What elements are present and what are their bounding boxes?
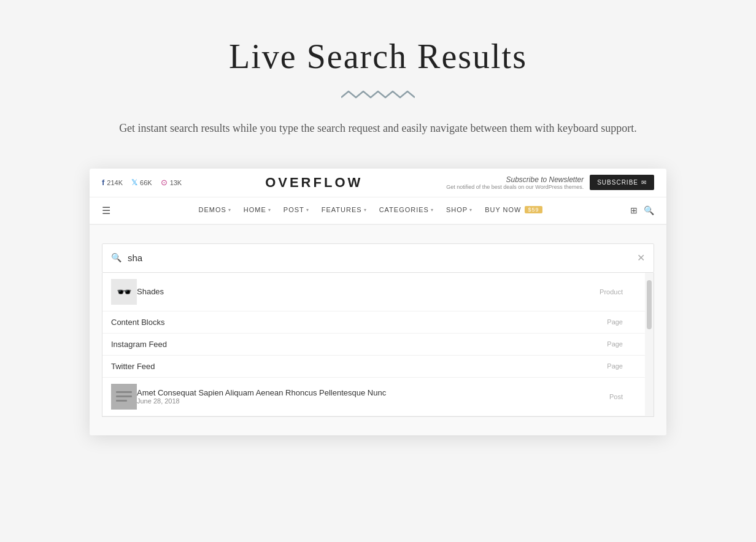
result-name: Instagram Feed [111, 340, 645, 349]
nav-items: DEMOS ▾ HOME ▾ POST ▾ FEATURES ▾ CATEGOR… [192, 197, 548, 224]
search-icon[interactable]: 🔍 [644, 205, 654, 216]
nav-bar: ☰ DEMOS ▾ HOME ▾ POST ▾ FEATURES ▾ [90, 197, 666, 224]
page-title: Live Search Results [119, 37, 637, 76]
scrollbar-thumb[interactable] [647, 280, 652, 329]
search-results-list: 🕶️ Shades Product Content Blocks Page In… [102, 273, 654, 417]
top-bar: f 214K 𝕏 66K ⊙ 13K OVERFLOW Subscribe to… [90, 169, 666, 197]
nav-home-label: HOME [244, 206, 266, 213]
subscribe-label: SUBSCRIBE [597, 179, 638, 186]
list-item[interactable]: Twitter Feed Page [102, 356, 654, 378]
nav-features-label: FEATURES [322, 206, 362, 213]
chevron-down-icon: ▾ [268, 207, 271, 213]
nav-post-label: POST [284, 206, 304, 213]
twitter-count: 66K [140, 179, 152, 186]
list-item[interactable]: Instagram Feed Page [102, 334, 654, 356]
result-type: Page [607, 340, 623, 348]
nav-shop-label: SHOP [446, 206, 468, 213]
zigzag-divider [341, 88, 415, 101]
list-item[interactable]: 🕶️ Shades Product [102, 273, 654, 311]
newsletter-area: Subscribe to Newsletter Get notified of … [446, 175, 654, 190]
list-item[interactable]: Content Blocks Page [102, 311, 654, 334]
result-type: Page [607, 362, 623, 370]
newsletter-text: Subscribe to Newsletter Get notified of … [446, 175, 584, 190]
instagram-icon: ⊙ [161, 178, 168, 187]
page-wrapper: Live Search Results Get instant search r… [0, 0, 756, 460]
hero-description: Get instant search results while you typ… [119, 119, 637, 138]
search-area: 🔍 sha ✕ 🕶️ Shades Product Content Blocks… [90, 225, 666, 435]
result-type: Product [600, 288, 623, 296]
nav-home[interactable]: HOME ▾ [237, 197, 277, 224]
result-name: Amet Consequat Sapien Aliquam Aenean Rho… [137, 388, 645, 397]
twitter-social[interactable]: 𝕏 66K [131, 178, 152, 187]
facebook-icon: f [102, 178, 104, 187]
social-icons: f 214K 𝕏 66K ⊙ 13K [102, 178, 182, 187]
price-badge: $59 [525, 206, 542, 213]
chevron-down-icon: ▾ [469, 207, 472, 213]
result-thumbnail: 🕶️ [111, 279, 137, 305]
facebook-count: 214K [107, 179, 123, 186]
nav-features[interactable]: FEATURES ▾ [315, 197, 373, 224]
chevron-down-icon: ▾ [306, 207, 309, 213]
svg-rect-3 [116, 400, 127, 402]
clear-search-button[interactable]: ✕ [637, 252, 645, 264]
newsletter-title: Subscribe to Newsletter [446, 175, 584, 184]
nav-categories-label: CATEGORIES [379, 206, 429, 213]
chevron-down-icon: ▾ [228, 207, 231, 213]
twitter-icon: 𝕏 [131, 178, 137, 187]
nav-buy-now[interactable]: BUY NOW $59 [479, 197, 548, 224]
nav-shop[interactable]: SHOP ▾ [440, 197, 479, 224]
nav-buy-now-label: BUY NOW [485, 206, 521, 213]
chevron-down-icon: ▾ [364, 207, 367, 213]
instagram-count: 13K [170, 179, 182, 186]
search-box: 🔍 sha ✕ [102, 243, 654, 273]
list-item[interactable]: Amet Consequat Sapien Aliquam Aenean Rho… [102, 378, 654, 416]
site-logo[interactable]: OVERFLOW [265, 175, 363, 191]
subscribe-button[interactable]: SUBSCRIBE ✉ [590, 175, 654, 190]
hero-section: Live Search Results Get instant search r… [119, 37, 637, 138]
search-input[interactable]: sha [128, 253, 637, 263]
browser-mockup: f 214K 𝕏 66K ⊙ 13K OVERFLOW Subscribe to… [90, 169, 666, 435]
cart-icon[interactable]: ⊞ [630, 205, 638, 216]
svg-rect-1 [116, 391, 132, 393]
result-name: Twitter Feed [111, 362, 645, 371]
result-type: Post [609, 393, 623, 400]
result-type: Page [607, 318, 623, 326]
instagram-social[interactable]: ⊙ 13K [161, 178, 182, 187]
envelope-icon: ✉ [641, 179, 647, 186]
scrollbar-track[interactable] [645, 273, 654, 416]
nav-demos-label: DEMOS [198, 206, 226, 213]
result-name: Content Blocks [111, 318, 645, 327]
nav-demos[interactable]: DEMOS ▾ [192, 197, 237, 224]
nav-right-icons: ⊞ 🔍 [630, 205, 654, 216]
search-icon: 🔍 [111, 253, 122, 263]
nav-post[interactable]: POST ▾ [277, 197, 315, 224]
newsletter-subtitle: Get notified of the best deals on our Wo… [446, 184, 584, 190]
result-thumbnail [111, 384, 137, 410]
hamburger-icon[interactable]: ☰ [102, 205, 110, 216]
result-name: Shades [137, 287, 645, 296]
facebook-social[interactable]: f 214K [102, 178, 123, 187]
result-text-block: Amet Consequat Sapien Aliquam Aenean Rho… [137, 388, 645, 405]
chevron-down-icon: ▾ [431, 207, 434, 213]
svg-rect-2 [116, 395, 132, 397]
result-date: June 28, 2018 [137, 397, 645, 405]
nav-categories[interactable]: CATEGORIES ▾ [373, 197, 440, 224]
